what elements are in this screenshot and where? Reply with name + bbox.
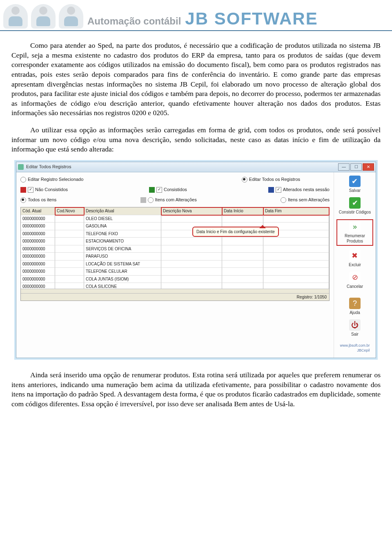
person-icon-3 xyxy=(59,4,83,29)
header-logo-icons xyxy=(3,4,83,29)
grid-footer: Registro: 1/1050 xyxy=(21,293,329,301)
table-row[interactable]: 0000000000COLA SILICONE xyxy=(21,283,329,289)
col-cod-atual[interactable]: Cód. Atual xyxy=(21,207,55,215)
table-row[interactable]: 0000000000COLA JUNTAS (ISIOM) xyxy=(21,276,329,283)
person-icon-2 xyxy=(31,4,56,29)
radio-edit-all[interactable]: Editar Todos os Registros xyxy=(242,176,300,183)
annotation-callout: Data Inicio e Fim da configuração existe… xyxy=(192,227,279,237)
products-grid[interactable]: Cód. Atual Cod.Novo Descrição Atual Desc… xyxy=(20,207,330,301)
table-row[interactable]: 0000000000TELEFONE CELULAR xyxy=(21,268,329,276)
sair-button[interactable]: ⏻ Sair xyxy=(349,319,361,337)
exit-icon: ⏻ xyxy=(349,319,361,331)
consistir-button[interactable]: ✔ Consistir Códigos xyxy=(339,197,371,215)
check-alterados[interactable]: Alterados nesta sessão xyxy=(268,187,330,193)
window-titlebar: Editar Todos Registros — ☐ ✕ xyxy=(16,162,376,172)
check-nao-consistidos[interactable]: Não Consistidos xyxy=(20,187,68,193)
ajuda-button[interactable]: ? Ajuda xyxy=(349,298,361,316)
col-data-inicio[interactable]: Data Início xyxy=(222,207,263,215)
table-row[interactable]: 0000000000GASOLINA xyxy=(21,223,329,230)
app-icon xyxy=(18,164,24,170)
paragraph-1: Como para atender ao Sped, na parte dos … xyxy=(11,41,381,118)
col-data-fim[interactable]: Data Fim xyxy=(263,207,329,215)
save-button[interactable]: ✔ Salvar xyxy=(349,176,361,194)
check-icon: ✔ xyxy=(349,197,361,209)
renumerar-button[interactable]: » Renumerar Produtos xyxy=(336,219,373,246)
table-row[interactable]: 0000000000OLEO DIESEL xyxy=(21,215,329,223)
embedded-screenshot: Editar Todos Registros — ☐ ✕ Editar Regi… xyxy=(16,162,376,358)
excluir-button[interactable]: ✖ Excluir xyxy=(349,250,361,268)
check-consistidos[interactable]: Consistidos xyxy=(149,187,187,193)
brand-corner: www.jbsoft.com.br JBCepil xyxy=(337,341,372,354)
renumber-icon: » xyxy=(349,221,361,232)
table-row[interactable]: 0000000000TELEFONE FIXO xyxy=(21,230,329,238)
main-panel: Editar Registro Selecionado Editar Todos… xyxy=(16,172,334,358)
grid-header-row: Cód. Atual Cod.Novo Descrição Atual Desc… xyxy=(21,207,329,215)
table-row[interactable]: 0000000000SERVIÇOS DE OFICINA xyxy=(21,245,329,253)
paragraph-3: Ainda será inserido uma opção de renumer… xyxy=(11,370,381,409)
table-row[interactable]: 0000000000LOCAÇÃO DE SISTEMA SAT xyxy=(21,260,329,268)
close-button[interactable]: ✕ xyxy=(363,163,374,171)
person-icon-1 xyxy=(3,4,28,29)
table-row[interactable]: 0000000000ESTACIONAMENTO xyxy=(21,238,329,245)
maximize-button[interactable]: ☐ xyxy=(350,163,362,171)
document-body: Como para atender ao Sped, na parte dos … xyxy=(0,31,392,421)
col-desc-atual[interactable]: Descrição Atual xyxy=(84,207,161,215)
grid-hscrollbar[interactable] xyxy=(21,289,329,293)
record-counter: Registro: 1/1050 xyxy=(297,294,327,300)
col-cod-novo[interactable]: Cod.Novo xyxy=(55,207,84,215)
side-toolbar: ✔ Salvar ✔ Consistir Códigos » Renumerar… xyxy=(334,172,376,358)
save-icon: ✔ xyxy=(349,176,361,187)
paragraph-2: Ao utilizar essa opção as informações se… xyxy=(11,125,381,154)
col-desc-nova[interactable]: Descrição Nova xyxy=(161,207,222,215)
radio-com-alteracoes[interactable]: Itens com Alterações xyxy=(140,197,197,203)
cancel-icon: ⊘ xyxy=(349,272,361,283)
minimize-button[interactable]: — xyxy=(338,163,350,171)
header-title: JB SOFTWARE xyxy=(185,9,318,29)
help-icon: ? xyxy=(349,298,361,309)
radio-sem-alteracoes[interactable]: Itens sem Alterações xyxy=(281,197,330,203)
table-row[interactable]: 0000000000PARAFUSO xyxy=(21,253,329,260)
grid-body[interactable]: 0000000000OLEO DIESEL0000000000GASOLINA0… xyxy=(21,215,329,289)
cancelar-button[interactable]: ⊘ Cancelar xyxy=(347,272,363,289)
delete-icon: ✖ xyxy=(349,250,361,261)
header-subtitle: Automação contábil xyxy=(87,16,181,29)
window-title: Editar Todos Registros xyxy=(26,164,338,170)
document-header: Automação contábil JB SOFTWARE xyxy=(0,0,392,31)
radio-todos-itens[interactable]: Todos os itens xyxy=(20,197,56,203)
radio-edit-selected[interactable]: Editar Registro Selecionado xyxy=(20,176,83,183)
